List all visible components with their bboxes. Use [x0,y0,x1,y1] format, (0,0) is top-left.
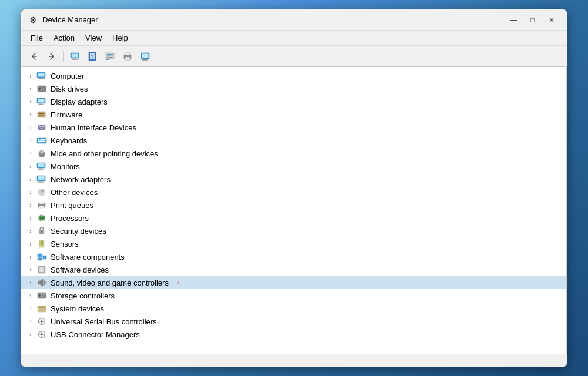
expand-system[interactable]: › [26,304,35,313]
tree-item-usb-connectors[interactable]: › USB Connector Managers [21,328,566,341]
svg-rect-76 [40,220,41,221]
firmware-icon [36,109,47,120]
expand-disk-drives[interactable]: › [26,84,35,93]
tree-item-network[interactable]: › Network adapters [21,173,566,186]
tree-item-mice[interactable]: › Mice and other pointing devices [21,147,566,160]
svg-rect-50 [41,150,42,153]
security-icon [36,226,47,236]
tree-item-monitors[interactable]: › Monitors [21,160,566,173]
expand-monitors[interactable]: › [26,162,35,171]
expand-sw-components[interactable]: › [26,252,35,261]
expand-usb-connectors[interactable]: › [26,330,35,339]
expand-hid[interactable]: › [26,123,35,132]
close-button[interactable]: ✕ [543,14,560,26]
svg-point-92 [38,294,41,297]
storage-icon [36,290,47,301]
expand-processors[interactable]: › [26,213,35,223]
svg-rect-93 [41,294,45,295]
tree-item-keyboards[interactable]: › Keyboards [21,134,566,147]
svg-rect-75 [42,215,43,216]
expand-mice[interactable]: › [26,149,35,158]
computer-button[interactable] [66,49,83,64]
print-button[interactable] [119,49,136,64]
expand-network[interactable]: › [26,174,35,184]
svg-rect-46 [42,139,44,140]
display-button[interactable] [137,49,153,64]
expand-display-adapters[interactable]: › [26,97,35,106]
menu-help[interactable]: Help [108,32,133,43]
minimize-button[interactable]: — [506,14,522,26]
tree-item-processors[interactable]: › Processors [21,212,566,224]
svg-text:?: ? [91,53,94,59]
svg-rect-80 [41,232,42,233]
svg-rect-33 [39,113,44,114]
back-icon [30,52,38,61]
tree-item-sw-devices[interactable]: › Software devices [21,263,566,276]
expand-computer[interactable]: › [26,71,35,80]
usb-icon [36,316,47,327]
expand-sensors[interactable]: › [26,239,35,249]
tree-item-other[interactable]: › ? Other devices [21,186,566,199]
svg-rect-36 [37,115,38,116]
tree-item-sound[interactable]: › Sound, video and game controllers ← [21,276,566,289]
svg-rect-48 [38,141,45,142]
device-tree[interactable]: › Computer › Disk drives › Di [21,67,567,354]
properties-button[interactable] [102,49,118,64]
forward-button[interactable] [44,49,60,64]
tree-item-firmware[interactable]: › Firmware [21,108,566,121]
expand-sw-devices[interactable]: › [26,265,35,274]
tree-item-storage[interactable]: › Storage controllers [21,289,566,302]
svg-rect-22 [39,78,44,79]
menu-view[interactable]: View [81,32,106,43]
svg-rect-21 [38,73,45,77]
expand-security[interactable]: › [26,226,35,236]
svg-rect-35 [37,113,38,114]
expand-firmware[interactable]: › [26,110,35,119]
tree-item-sw-components[interactable]: › Software components [21,250,566,263]
computer-label: Computer [51,72,84,80]
tree-item-print-queues[interactable]: › Print queues [21,199,566,212]
svg-rect-94 [41,296,44,297]
svg-rect-51 [42,150,44,153]
help-button[interactable]: ? [84,49,101,64]
expand-other[interactable]: › [26,187,35,197]
back-button[interactable] [26,49,42,64]
expand-keyboards[interactable]: › [26,136,35,145]
svg-rect-41 [42,126,44,127]
tree-item-computer[interactable]: › Computer [21,69,566,82]
svg-rect-13 [125,53,130,55]
window-title: Device Manager [42,15,506,24]
usb-label: Universal Serial Bus controllers [51,317,157,326]
svg-rect-2 [73,58,76,59]
svg-rect-27 [41,89,44,90]
svg-rect-85 [38,258,42,260]
tree-item-system[interactable]: › System devices [21,302,566,315]
processors-icon [36,213,47,223]
svg-rect-59 [38,176,45,180]
tree-item-hid[interactable]: › Human Interface Devices [21,121,566,134]
svg-rect-55 [38,163,45,167]
menu-file[interactable]: File [26,32,48,43]
tree-item-disk-drives[interactable]: › Disk drives [21,82,566,95]
display-adapters-icon [36,96,47,107]
tree-item-usb[interactable]: › Universal Serial Bus controllers [21,315,566,328]
print-queues-label: Print queues [51,201,93,210]
svg-rect-26 [41,88,45,88]
red-arrow-annotation: ← [175,277,185,289]
print-icon [123,52,132,61]
expand-usb[interactable]: › [26,317,35,326]
maximize-button[interactable]: □ [524,14,541,26]
print-queues-icon [36,200,47,210]
tree-item-sensors[interactable]: › Sensors [21,237,566,250]
network-icon [36,174,47,184]
monitors-label: Monitors [51,162,80,171]
processors-label: Processors [51,214,89,223]
expand-sound[interactable]: › [26,278,35,287]
menu-action[interactable]: Action [49,32,79,43]
expand-print-queues[interactable]: › [26,200,35,210]
tree-item-security[interactable]: › Security devices [21,224,566,237]
svg-rect-1 [72,53,78,57]
usb-connectors-label: USB Connector Managers [51,330,140,339]
tree-item-display-adapters[interactable]: › Display adapters [21,95,566,108]
expand-storage[interactable]: › [26,291,35,300]
